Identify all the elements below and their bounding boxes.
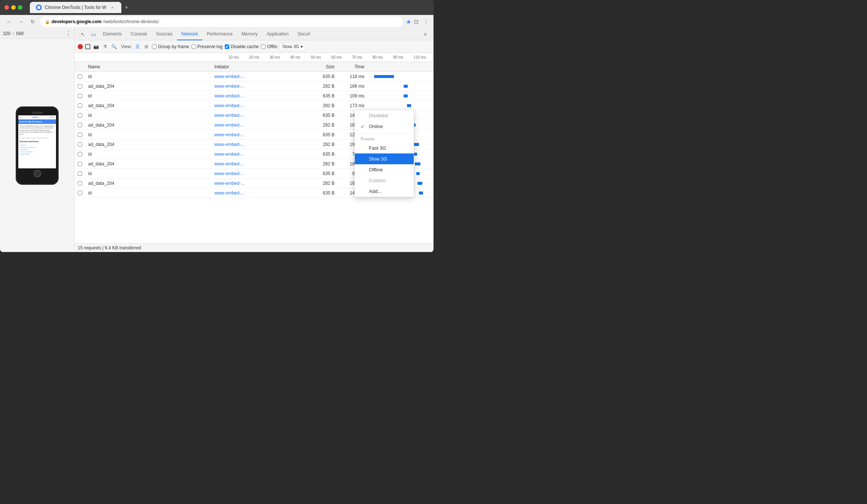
- row-size: 282 B: [308, 122, 338, 128]
- url-path: /web/tools/chrome-devtools/: [103, 19, 159, 24]
- phone-toc-item: Discover DevTools: [21, 151, 55, 153]
- group-by-frame-checkbox[interactable]: [152, 44, 156, 49]
- row-checkbox[interactable]: [75, 123, 85, 127]
- camera-button[interactable]: 📷: [93, 43, 99, 50]
- tree-view-button[interactable]: ⊞: [143, 43, 150, 50]
- cast-icon[interactable]: ⊡: [414, 19, 419, 25]
- row-size: 282 B: [308, 181, 338, 186]
- preserve-log-checkbox[interactable]: [192, 44, 196, 49]
- menu-item-fast3g[interactable]: Fast 3G: [355, 143, 414, 153]
- device-preview-area: ≡ ⊕ Web SIGN IN Tools for Web Developers…: [12, 39, 62, 252]
- bookmark-icon[interactable]: ★: [406, 18, 411, 25]
- phone-toc-item: DevTools for Beginners: [21, 146, 55, 148]
- group-by-frame-label[interactable]: Group by frame: [152, 44, 189, 49]
- phone-screen: ≡ ⊕ Web SIGN IN Tools for Web Developers…: [18, 115, 56, 168]
- phone-camera: [32, 112, 43, 114]
- menu-item-slow3g[interactable]: Slow 3G: [355, 153, 414, 164]
- row-name: id: [85, 152, 211, 157]
- active-tab[interactable]: Chrome DevTools | Tools for W ×: [30, 2, 121, 13]
- list-view-button[interactable]: ☰: [134, 43, 141, 50]
- tab-memory[interactable]: Memory: [237, 28, 262, 40]
- disable-cache-checkbox[interactable]: [225, 44, 229, 49]
- header-time[interactable]: Time: [338, 64, 367, 69]
- throttle-dropdown-button[interactable]: Slow 3G ▾: [280, 43, 305, 50]
- search-button[interactable]: 🔍: [111, 43, 117, 50]
- browser-window: Chrome DevTools | Tools for W × + ← → ↻ …: [0, 0, 434, 252]
- add-label: Add...: [369, 189, 382, 194]
- tab-security[interactable]: Securi: [293, 28, 315, 40]
- offline-label[interactable]: Offlin: [261, 44, 277, 49]
- header-initiator[interactable]: Initiator: [211, 64, 308, 69]
- row-waterfall: [367, 81, 434, 91]
- devtools-close-button[interactable]: ×: [420, 29, 431, 40]
- filter-button[interactable]: ⚗: [102, 43, 108, 50]
- dropdown-chevron-icon: ▾: [301, 44, 303, 49]
- tab-network[interactable]: Network: [177, 28, 202, 40]
- row-checkbox[interactable]: [75, 191, 85, 195]
- phone-breadcrumb: Products › Web › Tools for Web Developer…: [18, 136, 56, 140]
- inspector-icon[interactable]: ↖: [78, 29, 88, 40]
- phone-toc-label: Contents ›: [21, 144, 55, 146]
- table-row[interactable]: id www-embed-... 635 B 118 ms: [75, 72, 434, 81]
- row-checkbox[interactable]: [75, 152, 85, 156]
- row-checkbox[interactable]: [75, 162, 85, 166]
- preserve-log-label[interactable]: Preserve log: [192, 44, 223, 49]
- table-row[interactable]: ad_data_204 www-embed-... 282 B 166 ms: [75, 81, 434, 91]
- disable-cache-label[interactable]: Disable cache: [225, 44, 259, 49]
- device-more-button[interactable]: ⋮: [65, 30, 71, 37]
- menu-item-disabled[interactable]: Disabled: [355, 110, 414, 121]
- row-size: 635 B: [308, 152, 338, 157]
- menu-item-custom[interactable]: Custom: [355, 175, 414, 186]
- clear-button[interactable]: [85, 44, 90, 49]
- refresh-button[interactable]: ↻: [28, 17, 37, 26]
- table-row[interactable]: id www-embed-... 635 B 109 ms: [75, 91, 434, 101]
- maximize-button[interactable]: [18, 5, 22, 10]
- row-checkbox[interactable]: [75, 103, 85, 108]
- close-button[interactable]: [4, 5, 9, 10]
- forward-button[interactable]: →: [16, 17, 25, 26]
- table-row[interactable]: ad_data_204 www-embed-... 282 B 173 ms: [75, 101, 434, 111]
- record-button[interactable]: [78, 44, 83, 49]
- header-name[interactable]: Name: [85, 64, 211, 69]
- row-checkbox[interactable]: [75, 74, 85, 79]
- tab-performance[interactable]: Performance: [202, 28, 237, 40]
- offline-checkbox[interactable]: [261, 44, 265, 49]
- row-size: 635 B: [308, 190, 338, 196]
- row-checkbox[interactable]: [75, 113, 85, 118]
- menu-item-offline[interactable]: Offline: [355, 164, 414, 175]
- url-bar[interactable]: 🔒 developers.google.com /web/tools/chrom…: [40, 16, 403, 27]
- tab-close-button[interactable]: ×: [109, 4, 115, 10]
- phone-hamburger-icon: ≡: [19, 116, 21, 118]
- tick-110ms: 110 ms: [413, 55, 434, 59]
- row-checkbox[interactable]: [75, 94, 85, 98]
- phone-toc-more: ...: [21, 155, 55, 157]
- tab-sources[interactable]: Sources: [152, 28, 177, 40]
- header-size[interactable]: Size: [308, 64, 338, 69]
- row-size: 282 B: [308, 142, 338, 147]
- dimension-separator: ×: [12, 31, 15, 36]
- row-checkbox[interactable]: [75, 133, 85, 137]
- browser-menu-button[interactable]: ⋮: [423, 18, 429, 25]
- disabled-label: Disabled: [369, 113, 388, 118]
- menu-item-online[interactable]: ✓ Online: [355, 121, 414, 132]
- device-mode-icon[interactable]: ▭: [88, 29, 99, 40]
- device-toolbar: 320 × 568 ⋮: [0, 28, 74, 39]
- row-name: id: [85, 190, 211, 196]
- row-checkbox[interactable]: [75, 142, 85, 147]
- tick-80ms: 80 ms: [372, 55, 392, 59]
- minimize-button[interactable]: [11, 5, 16, 10]
- phone-body: The #ChromeDevSummit site is live, happe…: [18, 124, 56, 137]
- back-button[interactable]: ←: [4, 17, 13, 26]
- online-check-icon: ✓: [361, 124, 366, 129]
- menu-item-add[interactable]: Add...: [355, 186, 414, 197]
- tab-elements[interactable]: Elements: [99, 28, 126, 40]
- row-size: 635 B: [308, 74, 338, 79]
- row-checkbox[interactable]: [75, 171, 85, 176]
- row-initiator: www-embed-...: [211, 190, 308, 196]
- row-initiator: www-embed-...: [211, 132, 308, 137]
- row-checkbox[interactable]: [75, 84, 85, 88]
- tab-application[interactable]: Application: [262, 28, 293, 40]
- new-tab-button[interactable]: +: [121, 2, 132, 13]
- row-checkbox[interactable]: [75, 181, 85, 186]
- tab-console[interactable]: Console: [126, 28, 152, 40]
